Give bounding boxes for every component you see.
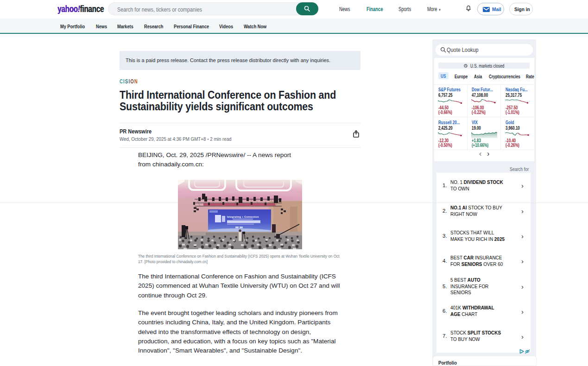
svg-text:Integrating + Connection: Integrating + Connection bbox=[227, 215, 259, 218]
